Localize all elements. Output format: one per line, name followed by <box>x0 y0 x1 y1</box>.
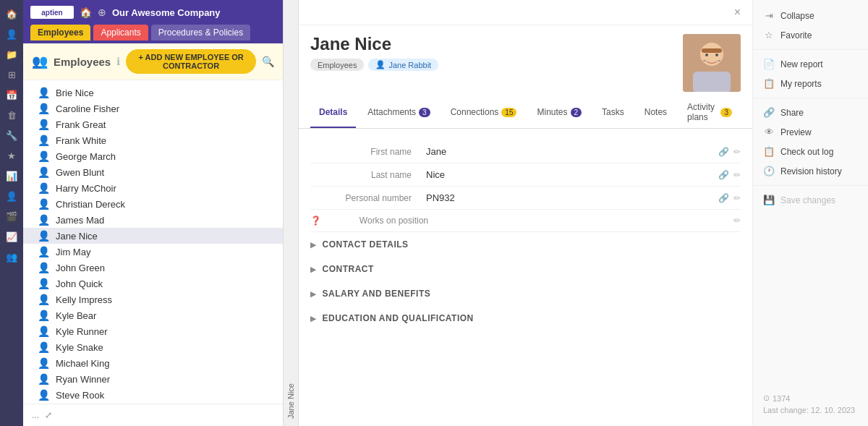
list-item[interactable]: 👤 Kyle Bear <box>23 307 283 323</box>
tab-minutes[interactable]: Minutes 2 <box>528 98 590 128</box>
close-button[interactable]: × <box>734 6 741 19</box>
rail-video-icon[interactable]: 🎬 <box>4 208 20 224</box>
preview-icon: 👁 <box>763 127 775 137</box>
list-item[interactable]: 👤 Brie Nice <box>23 85 283 101</box>
employee-name: Jim May <box>56 247 90 257</box>
employee-full-name: Jane Nice <box>310 34 674 54</box>
rail-user-icon[interactable]: 👤 <box>4 188 20 204</box>
contract-section[interactable]: ▶ CONTRACT <box>310 257 741 281</box>
share-action[interactable]: 🔗 Share <box>753 103 868 122</box>
list-item[interactable]: 👤 Gwen Blunt <box>23 164 283 180</box>
breadcrumb-jane-rabbit[interactable]: 👤 Jane Rabbit <box>368 59 438 71</box>
collapse-icon: ⇥ <box>763 10 775 21</box>
add-employee-button[interactable]: + ADD NEW EMPLOYEE OR CONTRACTOR <box>126 49 256 74</box>
tab-tasks[interactable]: Tasks <box>593 98 633 128</box>
list-item[interactable]: 👤 John Green <box>23 260 283 276</box>
last-name-row: Last name Nice 🔗 ✏ <box>310 163 741 187</box>
tab-procedures[interactable]: Procedures & Policies <box>151 25 250 41</box>
employee-name: Kelly Impress <box>56 294 112 305</box>
info-icon[interactable]: ℹ <box>116 56 120 67</box>
rail-tools-icon[interactable]: 🔧 <box>4 127 20 143</box>
tab-notes[interactable]: Notes <box>636 98 676 128</box>
breadcrumb-employees[interactable]: Employees <box>310 59 364 71</box>
avatar-icon: 👤 <box>38 166 50 178</box>
check-out-log-action[interactable]: 📋 Check out log <box>753 142 868 161</box>
list-item[interactable]: 👤 Kyle Snake <box>23 339 283 355</box>
rail-team-icon[interactable]: 👥 <box>4 249 20 265</box>
edit-icon[interactable]: ✏ <box>733 216 741 226</box>
personal-number-actions: 🔗 ✏ <box>718 193 741 203</box>
my-reports-action[interactable]: 📋 My reports <box>753 74 868 93</box>
edit-icon[interactable]: ✏ <box>733 170 741 180</box>
footer-dots[interactable]: ... <box>32 410 39 420</box>
salary-section[interactable]: ▶ SALARY AND BENEFITS <box>310 281 741 306</box>
tab-details[interactable]: Details <box>310 98 356 128</box>
list-item[interactable]: 👤 James Mad <box>23 212 283 228</box>
employee-name: Kyle Snake <box>56 342 103 353</box>
list-item[interactable]: 👤 Kelly Impress <box>23 291 283 307</box>
log-icon: 📋 <box>763 146 775 157</box>
employee-title-area: Jane Nice Employees 👤 Jane Rabbit <box>299 25 752 98</box>
rail-avatar-icon[interactable]: 👤 <box>4 26 20 42</box>
list-item[interactable]: 👤 Frank Great <box>23 116 283 132</box>
edit-icon[interactable]: ✏ <box>733 147 741 157</box>
avatar-icon: 👤 <box>38 150 50 162</box>
avatar-icon: 👤 <box>38 87 50 98</box>
list-item[interactable]: 👤 Frank White <box>23 132 283 148</box>
svg-rect-6 <box>703 60 706 61</box>
link-icon[interactable]: 🔗 <box>718 170 729 180</box>
list-item[interactable]: 👤 Caroline Fisher <box>23 101 283 116</box>
link-icon[interactable]: 🔗 <box>718 193 729 203</box>
rail-folder-icon[interactable]: 📁 <box>4 46 20 62</box>
rail-calendar-icon[interactable]: 📅 <box>4 87 20 103</box>
avatar-icon: 👤 <box>38 262 50 273</box>
tab-activity-plans[interactable]: Activity plans 3 <box>678 98 741 128</box>
id-icon: ⊙ <box>763 393 770 403</box>
employee-name: John Green <box>56 263 105 273</box>
nav-tabs: Employees Applicants Procedures & Polici… <box>23 25 283 43</box>
list-item[interactable]: 👤 Steve Rook <box>23 387 283 403</box>
rail-chart-icon[interactable]: 📊 <box>4 168 20 184</box>
avatar-icon: 👤 <box>38 135 50 146</box>
collapse-action[interactable]: ⇥ Collapse <box>753 6 868 25</box>
list-item[interactable]: 👤 Harry McChoir <box>23 180 283 196</box>
list-item[interactable]: 👤 Kyle Runner <box>23 323 283 339</box>
list-item[interactable]: 👤 George March <box>23 148 283 164</box>
new-report-action[interactable]: 📄 New report <box>753 54 868 74</box>
list-item[interactable]: 👤 Jim May <box>23 244 283 260</box>
tab-employees[interactable]: Employees <box>30 25 90 41</box>
rail-home-icon[interactable]: 🏠 <box>4 6 20 22</box>
education-section[interactable]: ▶ EDUCATION AND QUALIFICATION <box>310 306 741 331</box>
sidebar: aptien 🏠 ⊕ Our Awesome Company Employees… <box>23 0 284 426</box>
save-changes-action[interactable]: 💾 Save changes <box>753 190 868 210</box>
help-icon[interactable]: ❓ <box>310 216 321 226</box>
rail-analytics-icon[interactable]: 📈 <box>4 229 20 244</box>
footer-expand[interactable]: ⤢ <box>45 410 52 420</box>
favorite-action[interactable]: ☆ Favorite <box>753 25 868 45</box>
revision-history-action[interactable]: 🕐 Revision history <box>753 161 868 181</box>
link-icon[interactable]: 🔗 <box>718 147 729 157</box>
tab-applicants[interactable]: Applicants <box>93 25 148 41</box>
svg-point-5 <box>715 54 718 56</box>
list-item[interactable]: 👤 John Quick <box>23 276 283 291</box>
list-item[interactable]: 👤 Michael King <box>23 355 283 371</box>
preview-action[interactable]: 👁 Preview <box>753 122 868 142</box>
rail-grid-icon[interactable]: ⊞ <box>4 67 20 82</box>
add-icon[interactable]: ⊕ <box>98 7 106 18</box>
list-item[interactable]: 👤 Christian Dereck <box>23 196 283 212</box>
edit-icon[interactable]: ✏ <box>733 193 741 203</box>
main-content: × Jane Nice Employees 👤 Jane Rabbit <box>299 0 752 426</box>
list-item-active[interactable]: 👤 Jane Nice <box>23 228 283 244</box>
list-item[interactable]: 👤 Ryan Winner <box>23 371 283 387</box>
contact-details-section[interactable]: ▶ CONTACT DETAILS <box>310 232 741 257</box>
expand-arrow-icon: ▶ <box>310 265 317 273</box>
home-icon[interactable]: 🏠 <box>80 7 92 18</box>
svg-point-1 <box>700 43 723 66</box>
tab-attachments[interactable]: Attachments 3 <box>359 98 438 128</box>
search-icon[interactable]: 🔍 <box>262 56 274 67</box>
employee-title-text: Jane Nice Employees 👤 Jane Rabbit <box>310 34 674 71</box>
rail-delete-icon[interactable]: 🗑 <box>4 107 20 123</box>
employee-name: Harry McChoir <box>56 183 116 194</box>
rail-star-icon[interactable]: ★ <box>4 148 20 163</box>
tab-connections[interactable]: Connections 15 <box>442 98 526 128</box>
